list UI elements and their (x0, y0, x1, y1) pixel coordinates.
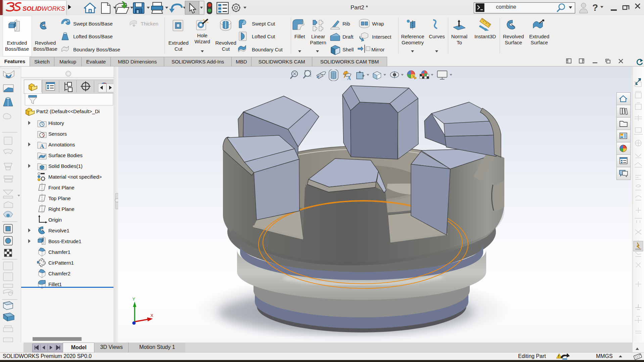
svg-text:?: ? (592, 2, 598, 13)
svg-text:X: X (150, 313, 153, 318)
svg-text:!: ! (558, 354, 559, 358)
svg-text:Y: Y (132, 297, 135, 302)
svg-text:SOLIDWORKS: SOLIDWORKS (22, 5, 65, 12)
svg-text:A: A (40, 143, 44, 149)
svg-text:A: A (347, 75, 351, 81)
